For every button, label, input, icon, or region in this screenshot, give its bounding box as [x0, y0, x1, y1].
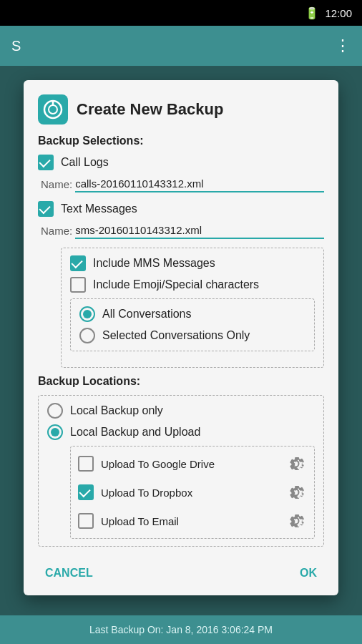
all-conversations-row: All Conversations [79, 306, 305, 322]
upload-sub-section: Upload To Google Drive Upload To Dropbox [70, 446, 315, 539]
all-conversations-label: All Conversations [102, 308, 192, 321]
upload-google-drive-checkbox[interactable] [78, 456, 94, 472]
include-mms-row: Include MMS Messages [70, 255, 315, 271]
call-logs-name-row: Name: [41, 176, 324, 192]
include-emoji-checkbox[interactable] [70, 277, 86, 293]
app-logo [38, 94, 68, 125]
ok-button[interactable]: OK [293, 562, 324, 584]
more-options-icon[interactable]: ⋮ [335, 36, 351, 55]
app-bar: S ⋮ [0, 26, 362, 66]
text-messages-label: Text Messages [61, 203, 137, 215]
email-settings-icon[interactable] [284, 509, 307, 532]
dialog-actions: Cancel OK [38, 557, 324, 584]
upload-google-drive-left: Upload To Google Drive [78, 456, 215, 472]
text-messages-row: Text Messages [38, 201, 324, 217]
include-mms-label: Include MMS Messages [93, 257, 215, 270]
text-messages-name-prefix: Name: [41, 225, 72, 237]
text-messages-checkbox[interactable] [38, 201, 54, 217]
selected-conversations-row: Selected Conversations Only [79, 328, 305, 343]
include-mms-checkbox[interactable] [70, 255, 86, 271]
status-time: 12:00 [325, 7, 352, 19]
call-logs-row: Call Logs [38, 155, 324, 170]
dialog-title: Create New Backup [77, 100, 223, 119]
bottom-bar: Last Backup On: Jan 8, 2016 3:06:24 PM [0, 615, 362, 644]
call-logs-checkbox[interactable] [38, 155, 54, 170]
text-messages-name-input[interactable] [75, 223, 324, 239]
include-emoji-label: Include Emoji/Special characters [93, 278, 259, 291]
dropbox-settings-icon[interactable] [284, 481, 307, 504]
svg-point-1 [49, 105, 57, 114]
upload-email-row: Upload To Email [78, 509, 307, 532]
google-drive-settings-icon[interactable] [284, 452, 307, 475]
create-backup-dialog: Create New Backup Backup Selections: Cal… [24, 80, 338, 595]
call-logs-name-input[interactable] [75, 176, 324, 192]
status-bar: 🔋 12:00 [0, 0, 362, 26]
backup-locations-label: Backup Locations: [38, 375, 324, 388]
dialog-overlay: Create New Backup Backup Selections: Cal… [0, 66, 362, 644]
upload-email-checkbox[interactable] [78, 513, 94, 529]
upload-dropbox-row: Upload To Dropbox [78, 481, 307, 504]
app-title: S [11, 38, 21, 54]
selected-conversations-radio[interactable] [79, 328, 95, 343]
text-messages-name-row: Name: [41, 223, 324, 239]
upload-google-drive-label: Upload To Google Drive [101, 458, 215, 470]
battery-icon: 🔋 [305, 6, 319, 20]
upload-dropbox-left: Upload To Dropbox [78, 484, 192, 500]
local-and-upload-label: Local Backup and Upload [70, 426, 200, 439]
last-backup-text: Last Backup On: Jan 8, 2016 3:06:24 PM [89, 624, 273, 635]
upload-email-left: Upload To Email [78, 513, 179, 529]
conversations-section: All Conversations Selected Conversations… [70, 298, 315, 351]
local-only-row: Local Backup only [47, 403, 315, 419]
call-logs-name-prefix: Name: [41, 178, 72, 190]
backup-locations-section: Local Backup only Local Backup and Uploa… [38, 395, 324, 547]
local-only-radio[interactable] [47, 403, 63, 419]
upload-email-label: Upload To Email [101, 515, 179, 527]
upload-dropbox-label: Upload To Dropbox [101, 487, 192, 499]
all-conversations-radio[interactable] [79, 306, 95, 322]
text-messages-sub-section: Include MMS Messages Include Emoji/Speci… [61, 248, 324, 368]
upload-google-drive-row: Upload To Google Drive [78, 452, 307, 475]
backup-selections-label: Backup Selections: [38, 135, 324, 147]
cancel-button[interactable]: Cancel [38, 562, 100, 584]
upload-dropbox-checkbox[interactable] [78, 484, 94, 500]
selected-conversations-label: Selected Conversations Only [102, 329, 250, 342]
call-logs-label: Call Logs [61, 156, 109, 169]
local-and-upload-radio[interactable] [47, 424, 63, 440]
local-only-label: Local Backup only [70, 404, 163, 417]
local-and-upload-row: Local Backup and Upload [47, 424, 315, 440]
include-emoji-row: Include Emoji/Special characters [70, 277, 315, 293]
dialog-header: Create New Backup [38, 94, 324, 125]
